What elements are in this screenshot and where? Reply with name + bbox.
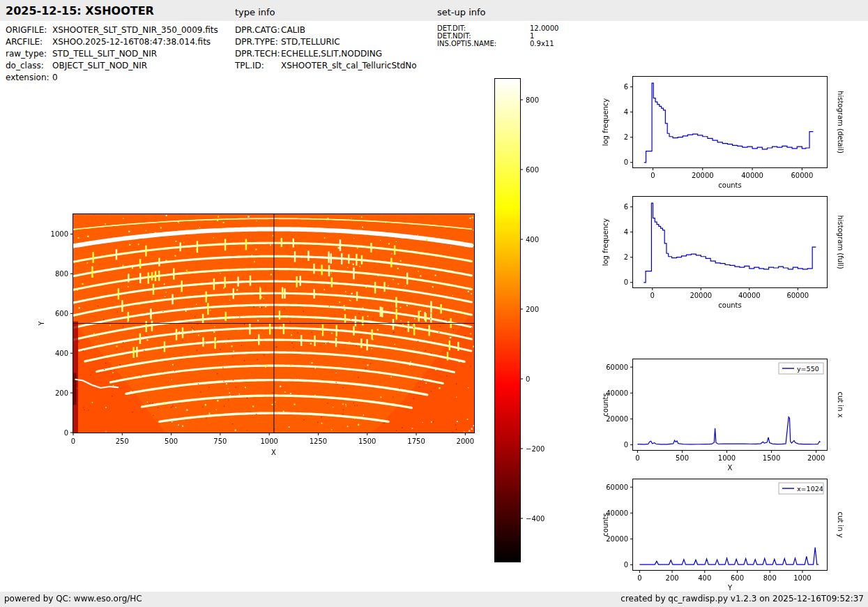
metadata-row-extension: extension:0 [6,72,218,84]
axis-label: counts [602,393,609,416]
label: 500 [676,454,689,462]
label: 0 [624,561,628,569]
label: 800 [763,574,777,582]
label: 0 [624,158,628,166]
label: 400 [526,236,539,243]
axis-label: Y [38,321,45,327]
metadata-row-dprtech: DPR.TECH:ECHELLE,SLIT,NODDING [235,48,417,60]
label: 40000 [606,389,628,397]
raw-frame-image [73,214,474,433]
label: 60000 [786,292,809,299]
label: 2 [624,253,628,261]
axis-label: cut in x [837,391,844,417]
axis-label: cut in y [837,511,844,537]
metadata-value: OBJECT_SLIT_NOD_NIR [52,61,147,70]
label: 1500 [763,454,780,462]
label: 0 [526,375,530,383]
metadata-row-dprcatg: DPR.CATG:CALIB [235,24,417,36]
metadata-value: CALIB [281,25,305,35]
metadata-label: DET.DIT: [437,24,530,32]
file-info-block: ORIGFILE:XSHOOTER_SLT_STD_NIR_350_0009.f… [6,24,218,84]
label: 600 [731,574,744,582]
label: 800 [526,96,539,104]
colorbar [495,79,520,562]
footer-created-by: created by qc_rawdisp.py v1.2.3 on 2025-… [620,594,864,604]
label: 40000 [741,172,763,179]
label: −200 [526,445,545,453]
metadata-row-detdit: DET.DIT:12.0000 [437,24,558,32]
label: counts [718,181,741,189]
metadata-label: ORIGFILE: [6,24,52,36]
label: 750 [213,437,227,445]
label: 4 [624,108,628,116]
label: 1000 [718,454,736,462]
metadata-value: XSHOO.2025-12-16T08:47:38.014.fits [52,37,211,47]
label: 40000 [738,292,761,299]
label: 20000 [692,172,714,179]
label: 20000 [690,292,712,299]
metadata-label: DPR.CATG: [235,24,281,36]
label: Y [727,584,733,592]
metadata-row-dprtype: DPR.TYPE:STD,TELLURIC [235,36,417,48]
metadata-value: 12.0000 [530,24,558,32]
metadata-value: 0.9x11 [530,40,554,47]
cut_x-line [637,417,820,444]
hist_full-line [644,203,816,283]
label: 0 [64,429,68,437]
axis-label: log frequency [602,98,609,147]
label: 6 [624,203,628,211]
type-info-block: DPR.CATG:CALIB DPR.TYPE:STD,TELLURIC DPR… [235,24,417,72]
legend: x=1024 [779,483,823,494]
label: 0 [637,574,641,582]
label: 0 [71,437,75,445]
label: 1000 [793,574,811,582]
type-info-label: type info [235,7,275,17]
label: 20000 [606,535,628,543]
plot-hist_detail: 02000040000600000246countslog frequencyh… [602,77,844,190]
label: 2000 [457,437,474,445]
label: 0 [624,441,628,449]
label: 4 [624,228,628,236]
label: 0 [624,278,628,286]
label: 0 [635,454,639,462]
plot-cut_y: 020040060080010000200004000060000Ycounts… [602,479,844,592]
legend: y=550 [779,363,823,374]
label: 1750 [407,437,425,445]
metadata-row-doclass: do_class:OBJECT_SLIT_NOD_NIR [6,60,218,72]
metadata-label: raw_type: [6,48,52,60]
label: 60000 [791,172,813,179]
metadata-label: DPR.TYPE: [235,36,281,48]
metadata-row-insopti5: INS.OPTI5.NAME:0.9x11 [437,40,558,47]
metadata-value: STD,TELLURIC [281,37,340,47]
label: 2000 [807,454,825,462]
label: 250 [116,437,129,445]
label: 200 [526,306,539,313]
label: 0 [650,292,655,299]
hist_detail-line [644,83,814,163]
metadata-value: 0 [52,73,58,82]
label: 6 [624,83,628,91]
metadata-label: INS.OPTI5.NAME: [437,40,530,47]
label: 20000 [606,415,628,423]
metadata-value: 1 [530,32,534,40]
metadata-row-tplid: TPL.ID:XSHOOTER_slt_cal_TelluricStdNo [235,60,417,72]
label: 1500 [358,437,376,445]
label: −400 [526,515,545,523]
label: X [728,464,733,472]
metadata-label: DPR.TECH: [235,48,281,60]
metadata-value: XSHOOTER_slt_cal_TelluricStdNo [281,61,417,70]
label: 400 [698,574,711,582]
label: 800 [55,270,68,278]
label: 2 [624,133,628,141]
plot-cut_x: 05001000150020000200004000060000Xcountsc… [602,359,844,472]
label: 60000 [606,484,628,491]
label: 600 [55,310,68,317]
label: 0 [650,172,655,179]
metadata-value: STD_TELL_SLIT_NOD_NIR [52,49,157,59]
metadata-value: ECHELLE,SLIT,NODDING [281,49,382,59]
metadata-value: XSHOOTER_SLT_STD_NIR_350_0009.fits [52,25,218,35]
axis-label: histogram (detail) [837,91,844,153]
label: 400 [55,350,68,357]
axis-label: counts [602,513,609,536]
label: 200 [666,574,679,582]
